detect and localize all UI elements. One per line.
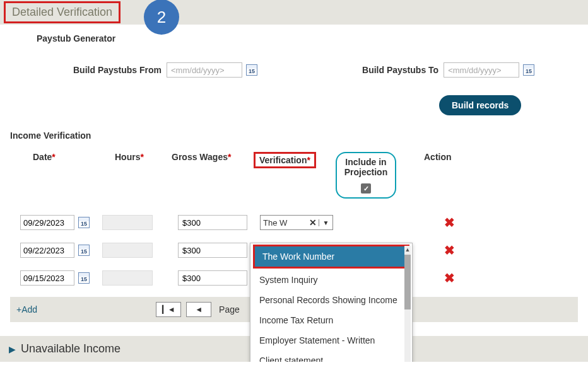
build-records-button[interactable]: Build records xyxy=(439,95,521,115)
step-badge: 2 xyxy=(144,0,179,35)
calendar-icon[interactable]: 15 xyxy=(78,272,90,284)
gross-wages-input[interactable] xyxy=(178,243,247,258)
dropdown-item[interactable]: Employer Statement - Written xyxy=(250,330,412,350)
dropdown-item[interactable]: Client statement xyxy=(250,350,412,362)
hours-input[interactable] xyxy=(102,270,153,286)
dropdown-item[interactable]: The Work Number xyxy=(255,246,408,267)
income-verification-title: Income Verification xyxy=(10,130,578,141)
include-checkbox-icon: ✓ xyxy=(361,183,371,194)
grid-header: Date* Hours* Gross Wages* Verification* … xyxy=(10,148,578,204)
calendar-icon[interactable]: 15 xyxy=(78,245,90,256)
date-input[interactable] xyxy=(20,243,74,258)
dropdown-item[interactable]: Income Tax Return xyxy=(250,310,412,330)
content-area: 2 Paystub Generator Build Paystubs From … xyxy=(0,25,588,322)
caret-right-icon: ▶ xyxy=(9,344,16,354)
delete-row-button[interactable]: ✖ xyxy=(418,243,481,258)
gross-wages-input[interactable] xyxy=(178,215,247,230)
col-include: Include in Projection ✓ xyxy=(336,152,396,199)
dropdown-scrollbar[interactable]: ▲ ▼ xyxy=(404,246,411,362)
col-action: Action xyxy=(411,152,474,162)
gross-wages-input[interactable] xyxy=(178,270,247,286)
paystub-generator-label: Paystub Generator xyxy=(37,33,578,43)
accordion-label: Unavailable Income xyxy=(21,342,121,356)
dropdown-item[interactable]: System Inquiry xyxy=(250,270,412,290)
build-to-label: Build Paystubs To xyxy=(362,65,438,75)
add-row-link[interactable]: +Add xyxy=(16,304,37,315)
col-hours: Hours xyxy=(115,152,140,162)
table-row: 15 The W ✕ ▼ ✖ xyxy=(16,209,572,236)
include-label: Include in Projection xyxy=(344,157,387,177)
date-input[interactable] xyxy=(20,215,74,230)
date-input[interactable] xyxy=(20,270,74,286)
verification-select[interactable]: The W ✕ ▼ xyxy=(260,215,333,230)
delete-row-button[interactable]: ✖ xyxy=(418,215,481,230)
page-label: Page xyxy=(216,304,240,315)
build-from-label: Build Paystubs From xyxy=(73,65,162,75)
hours-input[interactable] xyxy=(102,243,153,258)
dropdown-item[interactable]: Personal Records Showing Income xyxy=(250,290,412,310)
verification-dropdown[interactable]: The Work Number System Inquiry Personal … xyxy=(250,243,413,362)
chevron-down-icon[interactable]: ▼ xyxy=(319,219,332,226)
build-to-input[interactable] xyxy=(444,62,519,78)
clear-icon[interactable]: ✕ xyxy=(307,217,319,228)
hours-input[interactable] xyxy=(102,215,153,230)
select-value: The W xyxy=(261,218,307,228)
col-date: Date xyxy=(33,152,52,162)
col-gross-wages: Gross Wages xyxy=(172,152,228,162)
calendar-icon[interactable]: 15 xyxy=(246,64,257,76)
delete-row-button[interactable]: ✖ xyxy=(418,270,481,286)
prev-page-button[interactable]: ◄ xyxy=(186,302,211,317)
calendar-icon[interactable]: 15 xyxy=(523,64,534,76)
build-from-input[interactable] xyxy=(167,62,242,78)
col-verification: Verification xyxy=(259,155,307,165)
section-header: Detailed Verification xyxy=(4,1,121,23)
calendar-icon[interactable]: 15 xyxy=(78,217,90,228)
first-page-button[interactable]: ▎◄ xyxy=(156,302,181,317)
